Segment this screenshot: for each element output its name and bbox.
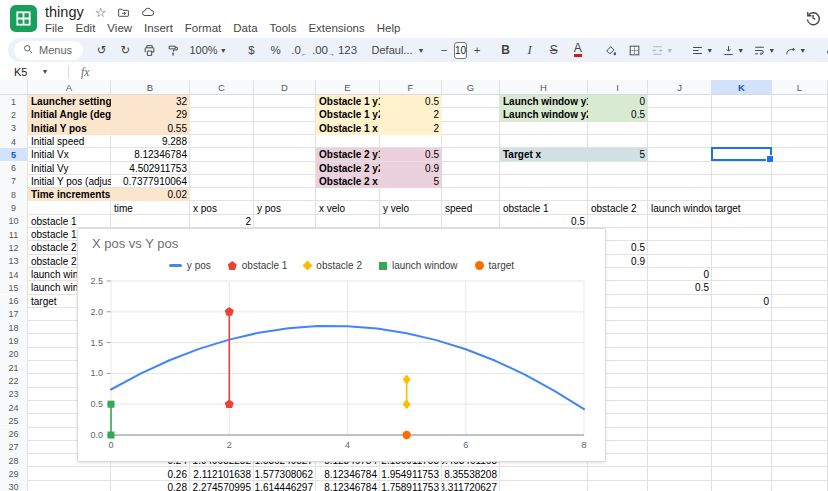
format-currency-button[interactable]: $ xyxy=(240,40,263,60)
cell-G30[interactable]: 8.311720627 xyxy=(442,481,500,491)
menu-item-view[interactable]: View xyxy=(101,21,138,35)
zoom-select[interactable]: 100%▼ xyxy=(186,40,230,60)
cell-I5[interactable]: 5 xyxy=(588,148,648,161)
column-header-h[interactable]: H xyxy=(500,80,588,95)
merge-cells-button[interactable]: ▼ xyxy=(647,40,677,60)
cell-B8[interactable]: 0.02 xyxy=(111,188,190,201)
cell-E29[interactable]: 8.12346784 xyxy=(316,467,380,480)
cell-C30[interactable]: 2.274570995 xyxy=(190,481,254,491)
cell-A2[interactable]: Initial Angle (deg) xyxy=(28,108,111,121)
cell-F5[interactable]: 0.5 xyxy=(380,148,442,161)
row-header-25[interactable]: 25 xyxy=(0,414,28,427)
row-header-28[interactable]: 28 xyxy=(0,454,28,467)
cell-H2[interactable]: Launch window y2 xyxy=(500,108,588,121)
cell-J15[interactable]: 0.5 xyxy=(648,281,712,294)
menu-item-insert[interactable]: Insert xyxy=(138,21,179,35)
cell-E7[interactable]: Obstacle 2 x xyxy=(316,175,380,188)
cell-J14[interactable]: 0 xyxy=(648,268,712,281)
selected-cell-outline[interactable] xyxy=(711,147,772,161)
column-header-j[interactable]: J xyxy=(648,80,712,95)
column-header-k[interactable]: K xyxy=(712,80,772,95)
document-title[interactable]: thingy xyxy=(45,4,84,20)
cell-E5[interactable]: Obstacle 2 y1 xyxy=(316,148,380,161)
row-header-2[interactable]: 2 xyxy=(0,108,28,121)
cell-B9[interactable]: time xyxy=(111,201,190,214)
row-header-11[interactable]: 11 xyxy=(0,228,28,241)
cell-F9[interactable]: y velo xyxy=(380,201,442,214)
menu-item-format[interactable]: Format xyxy=(179,21,227,35)
row-header-3[interactable]: 3 xyxy=(0,122,28,135)
undo-button[interactable]: ↺ xyxy=(90,40,113,60)
cell-H9[interactable]: obstacle 1 xyxy=(500,201,588,214)
cell-B6[interactable]: 4.502911753 xyxy=(111,162,190,175)
fill-handle[interactable] xyxy=(766,155,774,163)
cell-I1[interactable]: 0 xyxy=(588,95,648,108)
cell-F29[interactable]: 1.954911753 xyxy=(380,467,442,480)
cell-B3[interactable]: 0.55 xyxy=(111,122,190,135)
cell-A10[interactable]: obstacle 1 xyxy=(28,215,111,228)
row-header-22[interactable]: 22 xyxy=(0,374,28,387)
cell-A1[interactable]: Launcher setting xyxy=(28,95,111,108)
sheets-logo-icon[interactable] xyxy=(10,5,37,32)
version-history-icon[interactable] xyxy=(804,9,824,29)
cell-B30[interactable]: 0.28 xyxy=(111,481,190,491)
row-header-24[interactable]: 24 xyxy=(0,401,28,414)
italic-button[interactable]: I xyxy=(518,40,541,60)
cell-I2[interactable]: 0.5 xyxy=(588,108,648,121)
cell-G9[interactable]: speed xyxy=(442,201,500,214)
increase-decimal-button[interactable]: .00→ xyxy=(312,40,335,60)
cell-D30[interactable]: 1.614446297 xyxy=(254,481,316,491)
move-icon[interactable] xyxy=(117,6,130,19)
cell-A4[interactable]: Initial speed xyxy=(28,135,111,148)
row-header-7[interactable]: 7 xyxy=(0,175,28,188)
cell-F1[interactable]: 0.5 xyxy=(380,95,442,108)
row-header-15[interactable]: 15 xyxy=(0,281,28,294)
cell-E1[interactable]: Obstacle 1 y1 xyxy=(316,95,380,108)
redo-button[interactable]: ↻ xyxy=(114,40,137,60)
format-percent-button[interactable]: % xyxy=(264,40,287,60)
cell-A7[interactable]: Initial Y pos (adjusted xyxy=(28,175,111,188)
number-format-button[interactable]: 123 xyxy=(336,40,359,60)
row-header-30[interactable]: 30 xyxy=(0,481,28,491)
cell-A8[interactable]: Time increments xyxy=(28,188,111,201)
row-header-10[interactable]: 10 xyxy=(0,215,28,228)
embedded-chart[interactable]: X pos vs Y pos y posobstacle 1obstacle 2… xyxy=(77,228,606,462)
cell-F7[interactable]: 5 xyxy=(380,175,442,188)
font-family-select[interactable]: Defaul...▼ xyxy=(369,40,427,60)
cell-F3[interactable]: 2 xyxy=(380,122,442,135)
row-header-9[interactable]: 9 xyxy=(0,201,28,214)
row-header-18[interactable]: 18 xyxy=(0,321,28,334)
column-header-c[interactable]: C xyxy=(190,80,254,95)
cell-B29[interactable]: 0.26 xyxy=(111,467,190,480)
cell-H5[interactable]: Target x xyxy=(500,148,588,161)
column-header-b[interactable]: B xyxy=(111,80,190,95)
font-size-input[interactable]: 10 xyxy=(454,42,467,59)
column-header-f[interactable]: F xyxy=(380,80,442,95)
increase-font-size-button[interactable]: + xyxy=(470,40,484,60)
name-box[interactable]: K5 ▼ xyxy=(0,66,66,78)
cell-D29[interactable]: 1.577308062 xyxy=(254,467,316,480)
row-header-8[interactable]: 8 xyxy=(0,188,28,201)
print-button[interactable] xyxy=(138,40,161,60)
cell-B2[interactable]: 29 xyxy=(111,108,190,121)
row-header-1[interactable]: 1 xyxy=(0,95,28,108)
decrease-font-size-button[interactable]: − xyxy=(437,40,451,60)
menu-item-tools[interactable]: Tools xyxy=(264,21,303,35)
text-wrap-button[interactable]: ▼ xyxy=(749,40,779,60)
vertical-align-button[interactable]: ▼ xyxy=(718,40,748,60)
cell-B4[interactable]: 9.288 xyxy=(111,135,190,148)
cell-C9[interactable]: x pos xyxy=(190,201,254,214)
row-header-12[interactable]: 12 xyxy=(0,241,28,254)
cell-A3[interactable]: Initial Y pos xyxy=(28,122,111,135)
column-header-g[interactable]: G xyxy=(442,80,500,95)
fill-color-button[interactable] xyxy=(599,40,622,60)
row-header-5[interactable]: 5 xyxy=(0,148,28,161)
row-header-14[interactable]: 14 xyxy=(0,268,28,281)
cell-J9[interactable]: launch window xyxy=(648,201,712,214)
cell-K16[interactable]: 0 xyxy=(712,295,772,308)
row-header-26[interactable]: 26 xyxy=(0,428,28,441)
cell-E9[interactable]: x velo xyxy=(316,201,380,214)
cell-I9[interactable]: obstacle 2 xyxy=(588,201,648,214)
column-header-i[interactable]: I xyxy=(588,80,648,95)
decrease-decimal-button[interactable]: .0← xyxy=(288,40,311,60)
